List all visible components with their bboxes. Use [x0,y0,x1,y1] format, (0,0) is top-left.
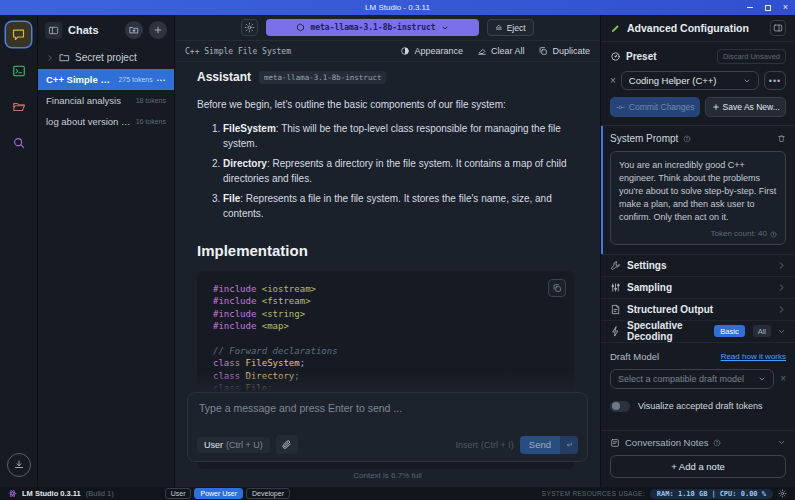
section-sampling[interactable]: Sampling [601,277,795,299]
section-label: Sampling [627,282,771,293]
nav-discover-button[interactable] [6,130,31,155]
chat-item-menu-button[interactable]: ••• [157,77,166,83]
delete-prompt-button[interactable] [777,134,786,143]
chats-panel-title: Chats [68,24,119,36]
chat-folder-secret-project[interactable]: Secret project [38,46,174,69]
conversation-notes-section: Conversation Notes + Add a note [601,430,795,487]
chat-list-item[interactable]: Financial analysis18 tokens [38,90,174,111]
list-item-term: File [223,193,240,204]
conversation-header: C++ Simple File System Appearance Clear … [175,40,600,62]
close-button[interactable]: × [783,3,788,12]
folder-plus-icon [129,25,139,35]
window-title: LM Studio - 0.3.11 [365,3,430,12]
system-prompt-input[interactable]: You are an incredibly good C++ engineer.… [610,151,786,245]
panel-title: Advanced Configuration [627,22,764,34]
return-key-icon [560,436,578,454]
nav-developer-button[interactable] [6,58,31,83]
chat-folder-label: Secret project [75,52,137,63]
chat-column: meta-llama-3.1-8b-instruct Eject C++ Sim… [175,15,600,487]
collapse-sidebar-button[interactable] [45,22,62,39]
save-as-new-button[interactable]: Save As New... [705,97,786,117]
clear-draft-model-button[interactable]: × [780,373,786,384]
chat-item-token-count: 16 tokens [136,118,166,125]
attach-file-button[interactable] [276,435,298,454]
section-label: Settings [627,260,771,271]
mode-developer[interactable]: Developer [246,488,290,499]
speculative-decoding-icon [610,326,621,337]
minimize-button[interactable] [747,7,753,8]
copy-icon [552,283,562,293]
read-how-it-works-link[interactable]: Read how it works [721,352,786,361]
window-controls: × [747,0,788,15]
resources-pill[interactable]: RAM: 1.10 GB | CPU: 0.00 % [650,489,773,499]
code-line: #include <string> [213,308,558,320]
chevron-down-icon [777,327,786,336]
spec-all-toggle[interactable]: All [753,325,771,337]
lm-studio-window: LM Studio - 0.3.11 × [0,0,795,500]
code-line: #include <fstream> [213,295,558,307]
settings-gear-icon[interactable] [778,489,787,498]
mode-power-user[interactable]: Power User [194,488,243,499]
section-settings[interactable]: Settings [601,255,795,277]
section-speculative-decoding[interactable]: Speculative Decoding Basic All [601,321,795,343]
new-chat-button[interactable] [149,21,167,39]
downloads-button[interactable] [7,453,31,477]
visualize-tokens-toggle[interactable] [610,401,630,412]
palette-icon [400,46,410,56]
message-input[interactable] [199,402,576,428]
list-item-term: FileSystem [223,123,276,134]
clear-all-button[interactable]: Clear All [477,46,525,56]
system-prompt-section: System Prompt You are an incredibly good… [601,126,795,255]
document-icon [610,304,621,315]
collapse-panel-button[interactable] [770,20,786,36]
message-list: FileSystem: This will be the top-level c… [223,121,578,221]
add-note-button[interactable]: + Add a note [610,455,786,478]
eject-model-button[interactable]: Eject [487,19,534,36]
send-button[interactable]: Send [520,436,578,454]
spec-basic-toggle[interactable]: Basic [714,325,744,337]
hexagon-icon [296,23,305,32]
advanced-configuration-panel: Advanced Configuration Preset Discard Un… [600,15,795,487]
draft-model-label: Draft Model [610,351,721,362]
search-icon [12,136,26,150]
download-icon [13,459,25,471]
section-structured-output[interactable]: Structured Output [601,299,795,321]
gear-icon [244,22,255,33]
discard-unsaved-button[interactable]: Discard Unsaved [717,49,786,64]
user-role-button[interactable]: User (Ctrl + U) [197,437,270,453]
terminal-icon [12,64,26,78]
maximize-button[interactable] [765,5,771,11]
loaded-model-selector[interactable]: meta-llama-3.1-8b-instruct [266,19,478,36]
model-settings-button[interactable] [241,19,258,36]
model-badge: meta-llama-3.1-8b-instruct [259,71,386,84]
system-prompt-label: System Prompt [610,133,678,144]
chats-panel: Chats Secret p [38,15,175,487]
info-icon [770,231,777,238]
status-build: (Build 1) [86,489,114,498]
chat-item-label: log about version of ... [46,116,132,127]
minimize-icon [747,7,753,8]
new-folder-button[interactable] [125,21,143,39]
app-logo-icon [8,489,17,498]
preset-menu-button[interactable]: ••• [764,71,786,90]
appearance-button[interactable]: Appearance [400,46,463,56]
insert-hint: Insert (Ctrl + I) [456,440,514,450]
conversation-title: C++ Simple File System [185,47,386,56]
clear-preset-button[interactable]: × [610,76,616,86]
chat-bubble-icon [11,27,26,42]
chat-list-item[interactable]: log about version of ...16 tokens [38,111,174,132]
sidebar-panel-icon [48,25,59,36]
paperclip-icon [281,439,292,450]
preset-select[interactable]: Coding Helper (C++) [621,71,759,90]
nav-chat-button[interactable] [6,22,31,47]
duplicate-button[interactable]: Duplicate [538,46,590,56]
chat-list-item[interactable]: C++ Simple File System275 tokens••• [38,69,174,90]
mode-user[interactable]: User [165,488,192,499]
copy-code-button[interactable] [548,279,566,297]
draft-model-select[interactable]: Select a compatible draft model [610,369,774,389]
nav-my-models-button[interactable] [6,94,31,119]
note-icon [610,438,620,448]
commit-changes-button[interactable]: Commit Changes [610,97,700,117]
chevron-down-icon[interactable] [777,438,786,447]
role-label: Assistant [197,70,251,84]
